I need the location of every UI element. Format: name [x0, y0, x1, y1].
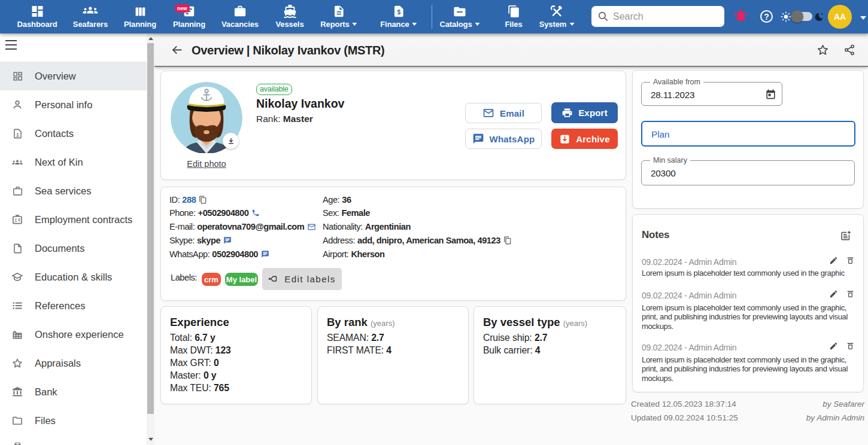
svg-text:$: $: [397, 9, 400, 16]
